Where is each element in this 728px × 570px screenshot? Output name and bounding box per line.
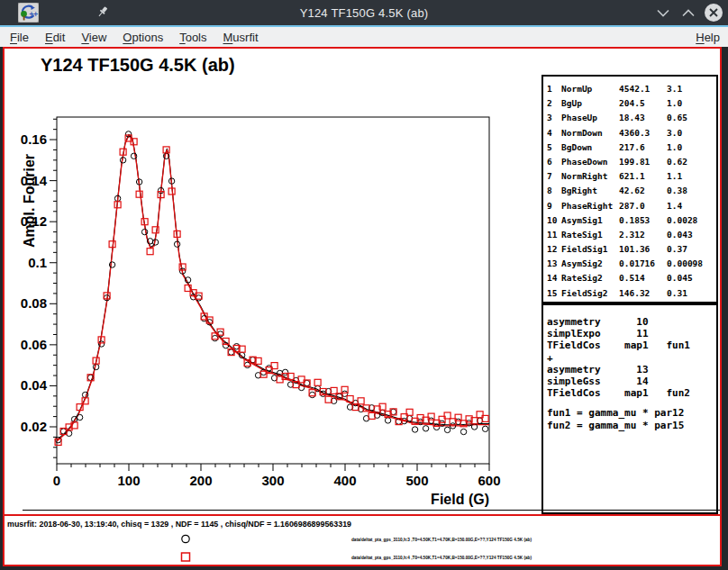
x-tick-label: 400 [333, 473, 356, 488]
param-row: 13AsymSig20.017160.00098 [547, 257, 716, 271]
fit-line-h4 [57, 136, 489, 441]
menu-item-edit[interactable]: Edit [37, 29, 73, 46]
x-axis-title: Field (G) [431, 492, 489, 507]
param-row: 11RateSig12.3120.043 [547, 228, 716, 242]
param-row: 1NormUp4542.13.1 [547, 82, 716, 96]
y-tick-label: 0.08 [21, 295, 47, 311]
legend-entry-label: data/deltat_pta_gps_3110,h:4 ,T0=4.50K,T… [351, 555, 532, 560]
menu-item-file[interactable]: File [2, 29, 37, 46]
data-point-square [136, 191, 142, 197]
titlebar[interactable]: ++ Y124 TF150G 4.5K (ab) [0, 0, 728, 25]
data-point-circle [423, 426, 428, 431]
close-icon [704, 3, 723, 23]
menu-item-tools[interactable]: Tools [171, 29, 214, 46]
root-canvas[interactable]: Y124 TF150G 4.5K (ab)0100200300400500600… [3, 47, 722, 566]
window-title: Y124 TF150G 4.5K (ab) [0, 6, 728, 20]
y-tick-label: 0.1 [28, 255, 47, 270]
data-point-square [147, 249, 153, 255]
param-row: 3PhaseUp18.430.65 [547, 111, 716, 125]
menu-item-view[interactable]: View [73, 29, 114, 46]
menu-items: FileEditViewOptionsToolsMusrfit [0, 29, 267, 46]
chevron-down-icon [657, 9, 669, 17]
x-tick-label: 200 [189, 473, 212, 488]
fit-parameters-box: 1NormUp4542.13.12BgUp204.51.03PhaseUp18.… [541, 75, 718, 303]
data-point-circle [460, 429, 466, 434]
theory-function-box: asymmetry 10 simplExpo 11 TFieldCos map1… [541, 303, 718, 514]
menu-item-options[interactable]: Options [114, 29, 171, 46]
data-point-circle [109, 262, 114, 267]
musrfit-info-line: musrfit: 2018-06-30, 13:19:40, chisq = 1… [7, 519, 351, 529]
menu-item-musrfit[interactable]: Musrfit [215, 29, 267, 46]
plot-title: Y124 TF150G 4.5K (ab) [41, 55, 235, 75]
legend-entry-label: data/deltat_pta_gps_3110,h:3 ,T0=4.50K,T… [351, 537, 532, 542]
param-row: 7NormRight621.11.1 [547, 169, 716, 184]
y-tick-label: 0.16 [21, 131, 47, 147]
param-row: 15FieldSig2146.320.31 [547, 286, 716, 301]
data-point-circle [98, 341, 104, 347]
data-point-circle [309, 392, 314, 397]
param-row: 4NormDown4360.33.0 [547, 126, 716, 140]
x-tick-label: 100 [117, 473, 140, 488]
y-tick-label: 0.04 [21, 377, 48, 393]
param-row: 12FieldSig1101.360.37 [547, 242, 716, 257]
chevron-up-icon [682, 9, 695, 17]
maximize-button[interactable] [678, 2, 699, 23]
param-row: 8BgRight42.620.38 [547, 184, 716, 198]
param-row: 6PhaseDown199.810.62 [547, 155, 716, 169]
param-row: 5BgDown217.61.0 [547, 140, 716, 155]
param-row: 10AsymSig10.18530.0028 [547, 213, 716, 228]
x-tick-label: 300 [261, 473, 284, 488]
y-tick-label: 0.06 [21, 337, 47, 352]
y-tick-label: 0.02 [21, 419, 47, 434]
y-axis-title: Ampl. Fourier [22, 154, 37, 248]
x-tick-label: 500 [405, 473, 428, 488]
data-point-circle [141, 229, 147, 234]
minimize-button[interactable] [652, 2, 674, 23]
fit-line-h3 [57, 134, 489, 439]
data-point-circle [412, 427, 417, 432]
menubar: FileEditViewOptionsToolsMusrfit Help [0, 27, 728, 47]
param-row: 14RateSig20.5140.045 [547, 271, 716, 285]
pad-divider-line [23, 510, 720, 511]
data-point-circle [385, 418, 390, 423]
application-window: ++ Y124 TF150G 4.5K (ab) [0, 0, 728, 570]
param-row: 9PhaseRight287.01.4 [547, 199, 716, 213]
theory-lines: asymmetry 10 simplExpo 11 TFieldCos map1… [547, 316, 716, 399]
data-point-circle [77, 414, 82, 420]
legend-marker-square [182, 553, 190, 561]
menu-item-help[interactable]: Help [687, 29, 728, 46]
data-point-square [109, 241, 115, 248]
x-tick-label: 0 [53, 473, 60, 488]
data-point-circle [482, 426, 487, 431]
fun-definitions: fun1 = gamma_mu * par12 fun2 = gamma_mu … [547, 407, 716, 430]
legend-marker-circle [182, 535, 189, 542]
data-point-square [314, 379, 321, 385]
close-button[interactable] [703, 2, 724, 23]
x-tick-label: 600 [478, 473, 500, 488]
data-point-circle [212, 335, 217, 340]
data-point-circle [444, 427, 450, 432]
param-row: 2BgUp204.51.0 [547, 96, 716, 111]
stats-legend-pad: musrfit: 2018-06-30, 13:19:40, chisq = 1… [3, 514, 722, 566]
